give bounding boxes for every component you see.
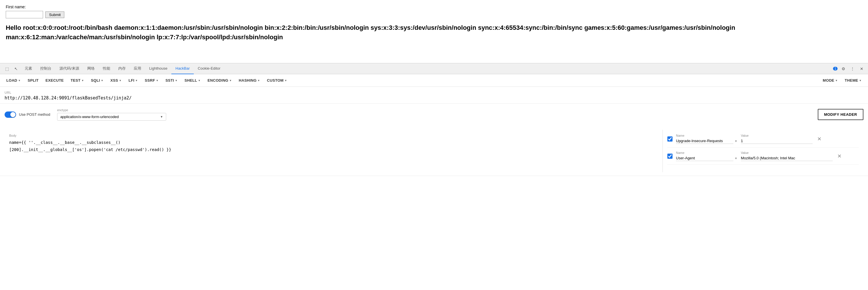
submit-button[interactable]: Submit <box>45 11 64 18</box>
tab-sources[interactable]: 源代码/来源 <box>55 63 83 74</box>
shell-arrow-icon: ▼ <box>198 79 200 82</box>
url-section: URL http://120.48.128.24:9091/flaskBased… <box>0 87 868 104</box>
first-name-input[interactable] <box>6 11 43 19</box>
cursor-icon[interactable]: ↖ <box>11 64 21 73</box>
tab-network[interactable]: 网络 <box>83 63 99 74</box>
tab-lighthouse[interactable]: Lighthouse <box>145 63 172 74</box>
devtools-tabbar: ⬚ ↖ 元素 控制台 源代码/来源 网络 性能 内存 应用 Lighthouse… <box>0 63 868 74</box>
ssrf-button[interactable]: SSRF ▼ <box>142 77 161 84</box>
header-2-name-label: Name <box>676 151 737 154</box>
close-devtools-icon[interactable]: ✕ <box>858 65 866 73</box>
enctype-label: enctype <box>57 108 166 112</box>
lfi-button[interactable]: LFI ▼ <box>126 77 141 84</box>
body-line2: [200].__init__.__globals__['os'].popen('… <box>9 146 658 153</box>
header-row-2: Name User-Agent ▼ Value <box>668 151 859 165</box>
body-area: Body name={{ ''.__class__.__base__.__sub… <box>5 130 662 172</box>
url-label: URL <box>5 91 863 94</box>
post-controls: Use POST method enctype application/x-ww… <box>5 108 863 172</box>
header-1-value-col: Value <box>741 134 813 144</box>
xss-button[interactable]: XSS ▼ <box>107 77 125 84</box>
shell-button[interactable]: SHELL ▼ <box>182 77 204 84</box>
header-1-name-select[interactable]: Upgrade-Insecure-Requests <box>676 138 733 144</box>
modify-header-button[interactable]: MODIFY HEADER <box>818 109 863 120</box>
form-row: Submit <box>6 11 862 19</box>
header-1-value-label: Value <box>741 134 813 137</box>
ssti-arrow-icon: ▼ <box>175 79 178 82</box>
ssti-button[interactable]: SSTI ▼ <box>162 77 180 84</box>
mode-arrow-icon: ▼ <box>835 79 838 82</box>
header-1-checkbox[interactable] <box>668 136 673 142</box>
tab-hackbar[interactable]: HackBar <box>172 63 194 74</box>
encoding-button[interactable]: ENCODING ▼ <box>205 77 235 84</box>
header-1-name-label: Name <box>676 134 737 137</box>
header-1-name-arrow-icon[interactable]: ▼ <box>735 140 737 143</box>
header-2-value-col: Value <box>741 151 833 161</box>
page-content: First name: Submit Hello root:x:0:0:root… <box>0 0 868 63</box>
headers-area: Name Upgrade-Insecure-Requests ▼ <box>662 130 863 172</box>
settings-icon[interactable]: ⚙ <box>839 65 847 73</box>
post-row: Use POST method enctype application/x-ww… <box>5 108 863 121</box>
sqli-arrow-icon: ▼ <box>101 79 103 82</box>
enctype-select[interactable]: application/x-www-form-urlencoded multip… <box>60 115 163 119</box>
load-button[interactable]: LOAD ▼ <box>3 77 24 84</box>
header-row-1: Name Upgrade-Insecure-Requests ▼ <box>668 134 859 148</box>
url-value[interactable]: http://120.48.128.24:9091/flaskBasedTest… <box>5 96 863 101</box>
custom-arrow-icon: ▼ <box>284 79 287 82</box>
tab-memory[interactable]: 内存 <box>114 63 130 74</box>
body-label: Body <box>9 134 658 137</box>
hackbar-toolbar: LOAD ▼ SPLIT EXECUTE TEST ▼ SQLI ▼ XSS ▼… <box>0 74 868 87</box>
tab-elements[interactable]: 元素 <box>21 63 36 74</box>
split-button[interactable]: SPLIT <box>25 77 41 84</box>
enctype-group: enctype application/x-www-form-urlencode… <box>57 108 166 121</box>
post-section: Use POST method enctype application/x-ww… <box>0 104 868 176</box>
test-arrow-icon: ▼ <box>82 79 84 82</box>
header-2-close-icon[interactable]: ✕ <box>837 153 842 159</box>
inspect-icon[interactable]: ⬚ <box>2 64 11 73</box>
theme-button[interactable]: THEME ▼ <box>842 77 865 84</box>
tab-application[interactable]: 应用 <box>130 63 145 74</box>
mode-button[interactable]: MODE ▼ <box>820 77 840 84</box>
use-post-toggle[interactable] <box>5 111 16 118</box>
devtools-panel: ⬚ ↖ 元素 控制台 源代码/来源 网络 性能 内存 应用 Lighthouse… <box>0 63 868 290</box>
more-options-icon[interactable]: ⋮ <box>848 65 857 73</box>
toggle-knob <box>10 112 16 117</box>
toggle-container: Use POST method <box>5 111 50 118</box>
lfi-arrow-icon: ▼ <box>135 79 138 82</box>
header-2-value-label: Value <box>741 151 833 154</box>
body-line1: name={{ ''.__class__.__base__.__subclass… <box>9 139 658 146</box>
body-section: Body name={{ ''.__class__.__base__.__sub… <box>5 130 863 172</box>
execute-button[interactable]: EXECUTE <box>43 77 67 84</box>
sqli-button[interactable]: SQLI ▼ <box>88 77 106 84</box>
header-2-name-arrow-icon[interactable]: ▼ <box>735 157 737 160</box>
hashing-arrow-icon: ▼ <box>257 79 260 82</box>
page-output: Hello root:x:0:0:root:/root:/bin/bash da… <box>6 23 862 42</box>
header-1-close-icon[interactable]: ✕ <box>817 136 822 142</box>
header-2-checkbox[interactable] <box>668 154 673 159</box>
header-1-value-input[interactable] <box>741 138 813 144</box>
header-1-name-col: Name Upgrade-Insecure-Requests ▼ <box>676 134 737 144</box>
devtools-tab-actions: 1 ⚙ ⋮ ✕ <box>833 65 866 73</box>
header-2-name-col: Name User-Agent ▼ <box>676 151 737 161</box>
enctype-select-wrapper: application/x-www-form-urlencoded multip… <box>57 113 166 121</box>
header-2-value-input[interactable] <box>741 155 833 161</box>
ssrf-arrow-icon: ▼ <box>156 79 158 82</box>
encoding-arrow-icon: ▼ <box>229 79 232 82</box>
load-arrow-icon: ▼ <box>18 79 21 82</box>
test-button[interactable]: TEST ▼ <box>68 77 87 84</box>
devtools-badge: 1 <box>833 67 838 71</box>
theme-arrow-icon: ▼ <box>859 79 862 82</box>
tab-console[interactable]: 控制台 <box>36 63 55 74</box>
header-2-name-select[interactable]: User-Agent <box>676 155 733 161</box>
hashing-button[interactable]: HASHING ▼ <box>236 77 263 84</box>
xss-arrow-icon: ▼ <box>119 79 121 82</box>
tab-cookie-editor[interactable]: Cookie-Editor <box>194 63 224 74</box>
body-value[interactable]: name={{ ''.__class__.__base__.__subclass… <box>9 139 658 153</box>
tab-performance[interactable]: 性能 <box>99 63 114 74</box>
first-name-label: First name: <box>6 5 862 9</box>
custom-button[interactable]: CUSTOM ▼ <box>264 77 290 84</box>
use-post-label: Use POST method <box>19 112 50 117</box>
hackbar-body: URL http://120.48.128.24:9091/flaskBased… <box>0 87 868 290</box>
